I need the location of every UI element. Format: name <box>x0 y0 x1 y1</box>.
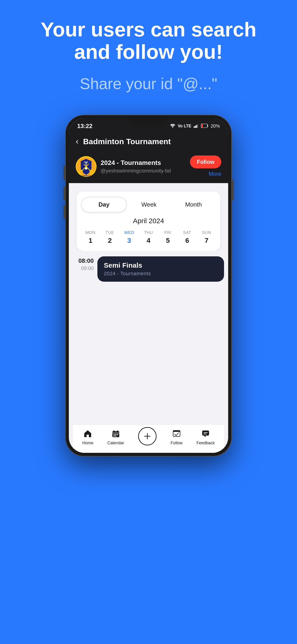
events-area: 08:00 09:00 Semi Finals 2024 - Tournamen… <box>73 251 224 424</box>
svg-rect-23 <box>117 430 118 432</box>
phone-frame: 13:22 Vo LTE <box>66 115 232 456</box>
page-title: Your users can search and follow you! <box>0 18 297 63</box>
nav-label-calendar: Calendar <box>107 440 124 446</box>
svg-rect-25 <box>114 434 115 435</box>
day-num-wed: 3 <box>127 236 131 244</box>
page-subtitle: Share your id "@..." <box>0 75 297 92</box>
day-col-tue: TUE 2 <box>100 230 119 244</box>
svg-rect-2 <box>195 126 196 128</box>
day-col-thu: THU 4 <box>139 230 158 244</box>
calendar-card: Day Week Month April 2024 MON 1 TUE <box>77 192 220 251</box>
tab-day[interactable]: Day <box>81 197 127 212</box>
battery-icon <box>201 123 208 129</box>
day-label: TUE <box>106 230 114 235</box>
event-row: 08:00 09:00 Semi Finals 2024 - Tournamen… <box>73 256 224 282</box>
day-num: 4 <box>147 236 150 244</box>
feedback-icon <box>202 430 210 439</box>
svg-rect-26 <box>115 434 116 435</box>
avatar: BADMINTON <box>76 156 96 177</box>
follow-icon <box>172 430 181 439</box>
wifi-icon <box>170 123 176 129</box>
profile-section: BADMINTON 2024 - Tournaments @yeshswimmi… <box>69 152 228 183</box>
event-time: 08:00 09:00 <box>73 256 94 282</box>
battery-percent: 20% <box>211 124 220 129</box>
signal-icon <box>194 123 199 129</box>
day-num: 6 <box>185 236 189 244</box>
svg-rect-3 <box>196 125 197 128</box>
day-label: SAT <box>183 230 191 235</box>
more-link[interactable]: More <box>208 171 221 178</box>
day-col-fri: FRI 5 <box>159 230 177 244</box>
svg-marker-35 <box>204 436 206 437</box>
nav-label-follow: Follow <box>170 440 182 446</box>
nav-label-feedback: Feedback <box>196 440 215 446</box>
lte-icon: Vo LTE <box>178 124 191 128</box>
nav-label-home: Home <box>82 440 93 446</box>
tab-month[interactable]: Month <box>171 198 216 212</box>
svg-rect-33 <box>173 430 180 432</box>
svg-rect-36 <box>204 432 208 433</box>
event-time-start: 08:00 <box>78 257 94 264</box>
tab-week[interactable]: Week <box>127 198 171 212</box>
bottom-nav: Home <box>73 424 224 453</box>
day-num: 1 <box>89 236 92 244</box>
event-time-end: 09:00 <box>81 265 94 271</box>
day-label-wed: WED <box>124 230 134 235</box>
nav-item-feedback[interactable]: Feedback <box>196 430 215 446</box>
svg-rect-27 <box>117 434 118 435</box>
svg-rect-22 <box>114 430 114 432</box>
profile-handle: @yeshswimmingcommunity-bd <box>100 168 190 174</box>
nav-add-button[interactable] <box>138 427 156 446</box>
day-num: 5 <box>166 236 170 244</box>
day-col-wed[interactable]: WED 3 <box>120 230 138 244</box>
back-button[interactable]: ‹ <box>76 136 78 146</box>
svg-rect-34 <box>202 430 209 436</box>
svg-text:BADMINTON: BADMINTON <box>80 175 92 177</box>
notch <box>130 118 167 127</box>
svg-rect-28 <box>114 436 115 436</box>
status-time: 13:22 <box>77 122 92 130</box>
follow-button[interactable]: Follow <box>190 156 221 168</box>
month-title: April 2024 <box>81 217 216 225</box>
day-label: THU <box>144 230 153 235</box>
nav-header: ‹ Badminton Tournament <box>69 132 228 152</box>
event-subtitle: 2024 - Tournaments <box>104 271 218 277</box>
day-col-mon: MON 1 <box>81 230 100 244</box>
svg-rect-29 <box>115 436 116 436</box>
nav-item-calendar[interactable]: Calendar <box>107 430 124 446</box>
day-col-sun: SUN 7 <box>197 230 216 244</box>
event-title: Semi Finals <box>104 262 218 269</box>
days-grid: MON 1 TUE 2 WED 3 THU 4 <box>81 230 216 244</box>
phone-screen: 13:22 Vo LTE <box>69 118 228 453</box>
svg-rect-4 <box>197 124 198 128</box>
day-num: 2 <box>108 236 112 244</box>
nav-item-home[interactable]: Home <box>82 430 93 446</box>
event-card[interactable]: Semi Finals 2024 - Tournaments <box>98 256 224 282</box>
day-num: 7 <box>205 236 208 244</box>
svg-rect-1 <box>194 126 194 128</box>
day-col-sat: SAT 6 <box>178 230 196 244</box>
status-icons: Vo LTE <box>170 123 220 129</box>
profile-name: 2024 - Tournaments <box>100 159 190 166</box>
screen-title: Badminton Tournament <box>83 137 171 146</box>
day-label: MON <box>86 230 96 235</box>
nav-item-follow[interactable]: Follow <box>170 430 182 446</box>
day-label: SUN <box>202 230 211 235</box>
profile-info: 2024 - Tournaments @yeshswimmingcommunit… <box>100 159 190 174</box>
view-tabs: Day Week Month <box>81 197 216 212</box>
home-icon <box>84 430 92 439</box>
svg-point-0 <box>172 127 173 128</box>
svg-rect-37 <box>204 434 206 434</box>
svg-rect-6 <box>207 125 208 127</box>
svg-rect-7 <box>202 124 203 127</box>
svg-rect-24 <box>112 433 119 433</box>
calendar-icon <box>112 430 120 439</box>
day-label: FRI <box>164 230 172 235</box>
